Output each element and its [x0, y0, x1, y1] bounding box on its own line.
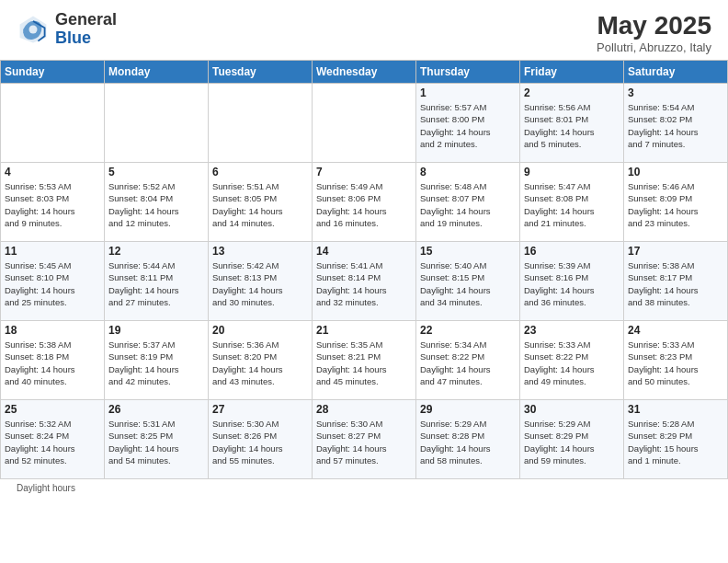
day-number: 19: [108, 324, 204, 337]
day-number: 25: [5, 403, 100, 416]
calendar-cell: [209, 84, 313, 163]
footer: Daylight hours: [0, 479, 728, 497]
day-info: Sunrise: 5:56 AM Sunset: 8:01 PM Dayligh…: [524, 101, 620, 150]
day-info: Sunrise: 5:39 AM Sunset: 8:16 PM Dayligh…: [524, 259, 620, 308]
day-info: Sunrise: 5:40 AM Sunset: 8:15 PM Dayligh…: [420, 259, 516, 308]
day-info: Sunrise: 5:34 AM Sunset: 8:22 PM Dayligh…: [420, 339, 516, 387]
day-number: 15: [420, 245, 516, 258]
logo: GeneralBlue: [17, 11, 117, 48]
calendar-cell: 8Sunrise: 5:48 AM Sunset: 8:07 PM Daylig…: [416, 163, 520, 242]
title-block: May 2025 Pollutri, Abruzzo, Italy: [597, 11, 711, 54]
day-number: 28: [316, 403, 412, 416]
day-number: 24: [628, 324, 723, 337]
calendar-cell: 29Sunrise: 5:29 AM Sunset: 8:28 PM Dayli…: [416, 400, 520, 479]
day-number: 27: [212, 403, 308, 416]
calendar-cell: 22Sunrise: 5:34 AM Sunset: 8:22 PM Dayli…: [416, 321, 520, 400]
day-header-monday: Monday: [105, 61, 209, 84]
day-info: Sunrise: 5:33 AM Sunset: 8:23 PM Dayligh…: [628, 339, 723, 387]
day-number: 13: [212, 245, 308, 258]
calendar-cell: [1, 84, 105, 163]
day-header-thursday: Thursday: [416, 61, 520, 84]
day-number: 1: [420, 86, 516, 99]
day-header-friday: Friday: [520, 61, 624, 84]
header: GeneralBlue May 2025 Pollutri, Abruzzo, …: [0, 0, 728, 60]
calendar-cell: 6Sunrise: 5:51 AM Sunset: 8:05 PM Daylig…: [209, 163, 313, 242]
day-number: 17: [628, 245, 723, 258]
footer-text: Daylight hours: [17, 483, 75, 493]
calendar-cell: 13Sunrise: 5:42 AM Sunset: 8:13 PM Dayli…: [209, 242, 313, 321]
day-number: 6: [212, 166, 308, 178]
day-info: Sunrise: 5:37 AM Sunset: 8:19 PM Dayligh…: [108, 339, 204, 387]
calendar-cell: 16Sunrise: 5:39 AM Sunset: 8:16 PM Dayli…: [520, 242, 624, 321]
calendar-cell: 25Sunrise: 5:32 AM Sunset: 8:24 PM Dayli…: [1, 400, 105, 479]
calendar-cell: 28Sunrise: 5:30 AM Sunset: 8:27 PM Dayli…: [313, 400, 416, 479]
day-info: Sunrise: 5:44 AM Sunset: 8:11 PM Dayligh…: [108, 259, 204, 308]
day-info: Sunrise: 5:54 AM Sunset: 8:02 PM Dayligh…: [628, 101, 723, 150]
day-info: Sunrise: 5:53 AM Sunset: 8:03 PM Dayligh…: [5, 180, 100, 229]
day-number: 7: [316, 166, 412, 178]
calendar-cell: 17Sunrise: 5:38 AM Sunset: 8:17 PM Dayli…: [624, 242, 728, 321]
calendar-cell: 18Sunrise: 5:38 AM Sunset: 8:18 PM Dayli…: [1, 321, 105, 400]
day-number: 16: [524, 245, 620, 258]
day-number: 23: [524, 324, 620, 337]
day-info: Sunrise: 5:45 AM Sunset: 8:10 PM Dayligh…: [5, 259, 100, 308]
day-info: Sunrise: 5:33 AM Sunset: 8:22 PM Dayligh…: [524, 339, 620, 387]
day-number: 31: [628, 403, 723, 416]
calendar-cell: 26Sunrise: 5:31 AM Sunset: 8:25 PM Dayli…: [105, 400, 209, 479]
calendar: SundayMondayTuesdayWednesdayThursdayFrid…: [0, 60, 728, 479]
day-info: Sunrise: 5:30 AM Sunset: 8:26 PM Dayligh…: [212, 418, 308, 466]
day-info: Sunrise: 5:42 AM Sunset: 8:13 PM Dayligh…: [212, 259, 308, 308]
day-info: Sunrise: 5:46 AM Sunset: 8:09 PM Dayligh…: [628, 180, 723, 229]
day-number: 29: [420, 403, 516, 416]
day-number: 8: [420, 166, 516, 178]
day-info: Sunrise: 5:57 AM Sunset: 8:00 PM Dayligh…: [420, 101, 516, 150]
day-header-saturday: Saturday: [624, 61, 728, 84]
day-number: 12: [108, 245, 204, 258]
calendar-cell: 27Sunrise: 5:30 AM Sunset: 8:26 PM Dayli…: [209, 400, 313, 479]
calendar-cell: 9Sunrise: 5:47 AM Sunset: 8:08 PM Daylig…: [520, 163, 624, 242]
day-info: Sunrise: 5:38 AM Sunset: 8:18 PM Dayligh…: [5, 339, 100, 387]
day-number: 21: [316, 324, 412, 337]
calendar-cell: 1Sunrise: 5:57 AM Sunset: 8:00 PM Daylig…: [416, 84, 520, 163]
day-info: Sunrise: 5:32 AM Sunset: 8:24 PM Dayligh…: [5, 418, 100, 466]
day-info: Sunrise: 5:41 AM Sunset: 8:14 PM Dayligh…: [316, 259, 412, 308]
day-info: Sunrise: 5:31 AM Sunset: 8:25 PM Dayligh…: [108, 418, 204, 466]
day-info: Sunrise: 5:30 AM Sunset: 8:27 PM Dayligh…: [316, 418, 412, 466]
calendar-cell: 12Sunrise: 5:44 AM Sunset: 8:11 PM Dayli…: [105, 242, 209, 321]
day-number: 11: [5, 245, 100, 258]
calendar-cell: 10Sunrise: 5:46 AM Sunset: 8:09 PM Dayli…: [624, 163, 728, 242]
day-info: Sunrise: 5:52 AM Sunset: 8:04 PM Dayligh…: [108, 180, 204, 229]
day-header-sunday: Sunday: [1, 61, 105, 84]
day-info: Sunrise: 5:36 AM Sunset: 8:20 PM Dayligh…: [212, 339, 308, 387]
logo-icon: [17, 13, 50, 46]
day-number: 3: [628, 86, 723, 99]
day-header-wednesday: Wednesday: [313, 61, 416, 84]
calendar-cell: 11Sunrise: 5:45 AM Sunset: 8:10 PM Dayli…: [1, 242, 105, 321]
calendar-cell: 30Sunrise: 5:29 AM Sunset: 8:29 PM Dayli…: [520, 400, 624, 479]
calendar-cell: 5Sunrise: 5:52 AM Sunset: 8:04 PM Daylig…: [105, 163, 209, 242]
calendar-cell: 15Sunrise: 5:40 AM Sunset: 8:15 PM Dayli…: [416, 242, 520, 321]
calendar-cell: 31Sunrise: 5:28 AM Sunset: 8:29 PM Dayli…: [624, 400, 728, 479]
day-number: 20: [212, 324, 308, 337]
day-info: Sunrise: 5:29 AM Sunset: 8:29 PM Dayligh…: [524, 418, 620, 466]
month-title: May 2025: [597, 11, 711, 40]
calendar-cell: 2Sunrise: 5:56 AM Sunset: 8:01 PM Daylig…: [520, 84, 624, 163]
calendar-cell: 20Sunrise: 5:36 AM Sunset: 8:20 PM Dayli…: [209, 321, 313, 400]
logo-text: GeneralBlue: [55, 11, 117, 48]
day-number: 10: [628, 166, 723, 178]
day-info: Sunrise: 5:48 AM Sunset: 8:07 PM Dayligh…: [420, 180, 516, 229]
day-info: Sunrise: 5:28 AM Sunset: 8:29 PM Dayligh…: [628, 418, 723, 466]
calendar-cell: 24Sunrise: 5:33 AM Sunset: 8:23 PM Dayli…: [624, 321, 728, 400]
day-number: 22: [420, 324, 516, 337]
day-number: 5: [108, 166, 204, 178]
calendar-cell: 14Sunrise: 5:41 AM Sunset: 8:14 PM Dayli…: [313, 242, 416, 321]
calendar-cell: 3Sunrise: 5:54 AM Sunset: 8:02 PM Daylig…: [624, 84, 728, 163]
day-number: 18: [5, 324, 100, 337]
calendar-cell: 7Sunrise: 5:49 AM Sunset: 8:06 PM Daylig…: [313, 163, 416, 242]
day-number: 14: [316, 245, 412, 258]
calendar-cell: [313, 84, 416, 163]
calendar-cell: 19Sunrise: 5:37 AM Sunset: 8:19 PM Dayli…: [105, 321, 209, 400]
day-info: Sunrise: 5:47 AM Sunset: 8:08 PM Dayligh…: [524, 180, 620, 229]
day-header-tuesday: Tuesday: [209, 61, 313, 84]
calendar-cell: 23Sunrise: 5:33 AM Sunset: 8:22 PM Dayli…: [520, 321, 624, 400]
